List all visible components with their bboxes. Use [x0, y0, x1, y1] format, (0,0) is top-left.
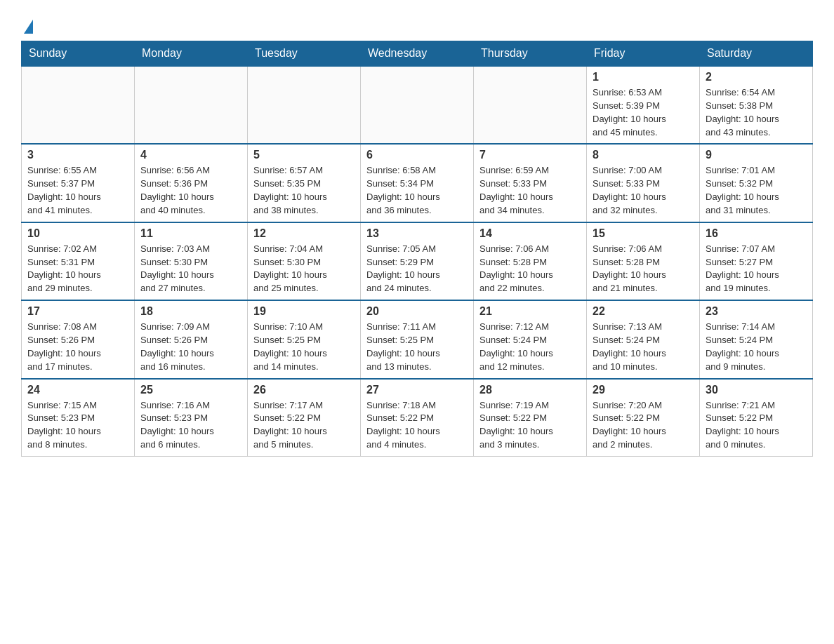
day-info: Sunrise: 7:04 AM Sunset: 5:30 PM Dayligh… — [253, 243, 355, 295]
day-number: 19 — [253, 305, 355, 318]
day-info: Sunrise: 7:10 AM Sunset: 5:25 PM Dayligh… — [253, 321, 355, 373]
calendar-cell: 3Sunrise: 6:55 AM Sunset: 5:37 PM Daylig… — [22, 144, 135, 222]
calendar-table: SundayMondayTuesdayWednesdayThursdayFrid… — [21, 41, 813, 457]
day-info: Sunrise: 7:15 AM Sunset: 5:23 PM Dayligh… — [27, 399, 128, 452]
calendar-cell: 27Sunrise: 7:18 AM Sunset: 5:22 PM Dayli… — [361, 379, 474, 457]
weekday-header-thursday: Thursday — [474, 41, 587, 67]
calendar-cell: 5Sunrise: 6:57 AM Sunset: 5:35 PM Daylig… — [248, 144, 361, 222]
day-number: 15 — [593, 227, 694, 240]
calendar-cell — [248, 66, 361, 144]
day-info: Sunrise: 6:54 AM Sunset: 5:38 PM Dayligh… — [706, 86, 807, 139]
day-info: Sunrise: 7:12 AM Sunset: 5:24 PM Dayligh… — [479, 321, 581, 373]
weekday-header-friday: Friday — [587, 41, 700, 67]
calendar-cell: 28Sunrise: 7:19 AM Sunset: 5:22 PM Dayli… — [474, 379, 587, 457]
day-number: 16 — [706, 227, 807, 240]
day-number: 29 — [593, 384, 694, 396]
day-info: Sunrise: 7:16 AM Sunset: 5:23 PM Dayligh… — [140, 399, 241, 452]
day-info: Sunrise: 7:02 AM Sunset: 5:31 PM Dayligh… — [27, 243, 128, 295]
day-info: Sunrise: 6:53 AM Sunset: 5:39 PM Dayligh… — [593, 86, 694, 139]
day-number: 10 — [27, 227, 128, 240]
day-info: Sunrise: 7:14 AM Sunset: 5:24 PM Dayligh… — [706, 321, 807, 373]
calendar-cell: 18Sunrise: 7:09 AM Sunset: 5:26 PM Dayli… — [135, 300, 248, 378]
week-row-2: 3Sunrise: 6:55 AM Sunset: 5:37 PM Daylig… — [22, 144, 813, 222]
weekday-header-saturday: Saturday — [700, 41, 813, 67]
calendar-cell: 2Sunrise: 6:54 AM Sunset: 5:38 PM Daylig… — [700, 66, 813, 144]
calendar-cell: 24Sunrise: 7:15 AM Sunset: 5:23 PM Dayli… — [22, 379, 135, 457]
calendar-cell: 26Sunrise: 7:17 AM Sunset: 5:22 PM Dayli… — [248, 379, 361, 457]
day-number: 9 — [706, 149, 807, 161]
day-info: Sunrise: 6:55 AM Sunset: 5:37 PM Dayligh… — [27, 164, 128, 217]
weekday-header-row: SundayMondayTuesdayWednesdayThursdayFrid… — [22, 41, 813, 67]
weekday-header-wednesday: Wednesday — [361, 41, 474, 67]
calendar-cell — [22, 66, 135, 144]
calendar-cell: 30Sunrise: 7:21 AM Sunset: 5:22 PM Dayli… — [700, 379, 813, 457]
calendar-cell — [361, 66, 474, 144]
day-number: 13 — [366, 227, 468, 240]
day-info: Sunrise: 7:08 AM Sunset: 5:26 PM Dayligh… — [27, 321, 128, 373]
day-number: 4 — [140, 149, 241, 161]
calendar-cell: 17Sunrise: 7:08 AM Sunset: 5:26 PM Dayli… — [22, 300, 135, 378]
calendar-cell: 1Sunrise: 6:53 AM Sunset: 5:39 PM Daylig… — [587, 66, 700, 144]
day-number: 17 — [27, 305, 128, 318]
day-number: 12 — [253, 227, 355, 240]
day-number: 25 — [140, 384, 241, 396]
calendar-cell: 9Sunrise: 7:01 AM Sunset: 5:32 PM Daylig… — [700, 144, 813, 222]
calendar-cell: 23Sunrise: 7:14 AM Sunset: 5:24 PM Dayli… — [700, 300, 813, 378]
day-info: Sunrise: 7:03 AM Sunset: 5:30 PM Dayligh… — [140, 243, 241, 295]
day-info: Sunrise: 7:17 AM Sunset: 5:22 PM Dayligh… — [253, 399, 355, 452]
calendar-cell: 16Sunrise: 7:07 AM Sunset: 5:27 PM Dayli… — [700, 222, 813, 300]
day-info: Sunrise: 6:58 AM Sunset: 5:34 PM Dayligh… — [366, 164, 468, 217]
logo — [21, 14, 33, 34]
day-number: 3 — [27, 149, 128, 161]
week-row-4: 17Sunrise: 7:08 AM Sunset: 5:26 PM Dayli… — [22, 300, 813, 378]
day-number: 22 — [593, 305, 694, 318]
day-number: 20 — [366, 305, 468, 318]
day-info: Sunrise: 6:59 AM Sunset: 5:33 PM Dayligh… — [479, 164, 581, 217]
day-info: Sunrise: 7:19 AM Sunset: 5:22 PM Dayligh… — [479, 399, 581, 452]
day-info: Sunrise: 6:57 AM Sunset: 5:35 PM Dayligh… — [253, 164, 355, 217]
week-row-1: 1Sunrise: 6:53 AM Sunset: 5:39 PM Daylig… — [22, 66, 813, 144]
day-number: 11 — [140, 227, 241, 240]
day-number: 23 — [706, 305, 807, 318]
day-number: 1 — [593, 71, 694, 83]
week-row-3: 10Sunrise: 7:02 AM Sunset: 5:31 PM Dayli… — [22, 222, 813, 300]
calendar-cell: 4Sunrise: 6:56 AM Sunset: 5:36 PM Daylig… — [135, 144, 248, 222]
day-info: Sunrise: 7:07 AM Sunset: 5:27 PM Dayligh… — [706, 243, 807, 295]
calendar-cell: 29Sunrise: 7:20 AM Sunset: 5:22 PM Dayli… — [587, 379, 700, 457]
day-info: Sunrise: 7:00 AM Sunset: 5:33 PM Dayligh… — [593, 164, 694, 217]
day-info: Sunrise: 6:56 AM Sunset: 5:36 PM Dayligh… — [140, 164, 241, 217]
calendar-cell: 6Sunrise: 6:58 AM Sunset: 5:34 PM Daylig… — [361, 144, 474, 222]
calendar-cell: 12Sunrise: 7:04 AM Sunset: 5:30 PM Dayli… — [248, 222, 361, 300]
calendar-cell: 13Sunrise: 7:05 AM Sunset: 5:29 PM Dayli… — [361, 222, 474, 300]
calendar-cell: 7Sunrise: 6:59 AM Sunset: 5:33 PM Daylig… — [474, 144, 587, 222]
day-number: 8 — [593, 149, 694, 161]
day-info: Sunrise: 7:05 AM Sunset: 5:29 PM Dayligh… — [366, 243, 468, 295]
day-number: 14 — [479, 227, 581, 240]
day-info: Sunrise: 7:13 AM Sunset: 5:24 PM Dayligh… — [593, 321, 694, 373]
calendar-cell: 25Sunrise: 7:16 AM Sunset: 5:23 PM Dayli… — [135, 379, 248, 457]
calendar-cell: 10Sunrise: 7:02 AM Sunset: 5:31 PM Dayli… — [22, 222, 135, 300]
calendar-cell: 15Sunrise: 7:06 AM Sunset: 5:28 PM Dayli… — [587, 222, 700, 300]
calendar-cell: 8Sunrise: 7:00 AM Sunset: 5:33 PM Daylig… — [587, 144, 700, 222]
day-info: Sunrise: 7:06 AM Sunset: 5:28 PM Dayligh… — [593, 243, 694, 295]
day-info: Sunrise: 7:01 AM Sunset: 5:32 PM Dayligh… — [706, 164, 807, 217]
day-number: 28 — [479, 384, 581, 396]
day-number: 5 — [253, 149, 355, 161]
day-number: 2 — [706, 71, 807, 83]
day-number: 27 — [366, 384, 468, 396]
page-header — [21, 14, 813, 34]
day-info: Sunrise: 7:21 AM Sunset: 5:22 PM Dayligh… — [706, 399, 807, 452]
day-number: 7 — [479, 149, 581, 161]
calendar-cell: 11Sunrise: 7:03 AM Sunset: 5:30 PM Dayli… — [135, 222, 248, 300]
weekday-header-tuesday: Tuesday — [248, 41, 361, 67]
calendar-cell: 21Sunrise: 7:12 AM Sunset: 5:24 PM Dayli… — [474, 300, 587, 378]
calendar-cell: 19Sunrise: 7:10 AM Sunset: 5:25 PM Dayli… — [248, 300, 361, 378]
day-info: Sunrise: 7:06 AM Sunset: 5:28 PM Dayligh… — [479, 243, 581, 295]
day-number: 18 — [140, 305, 241, 318]
day-number: 26 — [253, 384, 355, 396]
week-row-5: 24Sunrise: 7:15 AM Sunset: 5:23 PM Dayli… — [22, 379, 813, 457]
calendar-cell: 22Sunrise: 7:13 AM Sunset: 5:24 PM Dayli… — [587, 300, 700, 378]
weekday-header-monday: Monday — [135, 41, 248, 67]
calendar-cell — [474, 66, 587, 144]
day-info: Sunrise: 7:20 AM Sunset: 5:22 PM Dayligh… — [593, 399, 694, 452]
